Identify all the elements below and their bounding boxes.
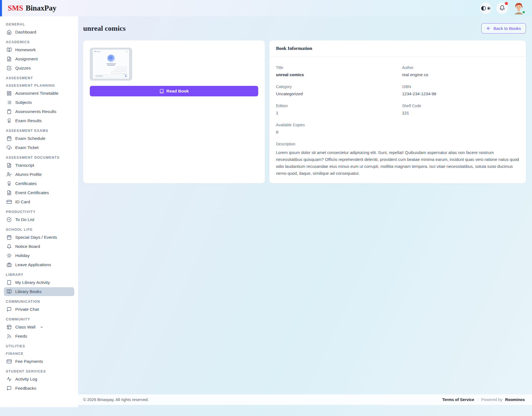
sidebar-item-exam-ticket[interactable]: Exam Ticket: [4, 143, 74, 152]
app-logo: SMS BinaxPay: [8, 4, 57, 12]
book-field-edition: Edition1: [276, 104, 393, 115]
sidebar-item-label: Leave Applications: [15, 262, 51, 267]
sidebar-item-private-chat[interactable]: Private Chat: [4, 305, 74, 314]
clipboard-icon: [7, 109, 12, 114]
book-open-icon: [7, 289, 12, 294]
sidebar-item-my-library-activity[interactable]: My Library Activity: [4, 278, 74, 287]
sidebar-item-label: Feeds: [15, 334, 27, 339]
book-field-available-copies: Available Copies0: [276, 123, 393, 134]
notification-badge: [505, 2, 508, 5]
sidebar-item-label: Assignment: [15, 57, 38, 61]
sidebar-section-school-life: SCHOOL LIFE: [4, 228, 74, 232]
field-value: unreal comics: [276, 72, 393, 77]
award-icon: [7, 181, 12, 186]
sidebar-section-student-services: STUDENT SERVICES: [4, 369, 74, 373]
sidebar-item-label: Fee Payments: [15, 359, 43, 364]
read-button-label: Read Book: [167, 89, 189, 94]
sidebar-item-holiday[interactable]: Holiday: [4, 251, 74, 260]
user-avatar[interactable]: [513, 2, 525, 14]
sidebar-item-class-wall[interactable]: Class Wall: [4, 323, 74, 332]
sidebar-item-label: Exam Ticket: [15, 145, 39, 150]
theme-toggle-icon: [481, 6, 491, 11]
file-text-icon: [7, 57, 12, 61]
back-to-books-button[interactable]: Back to Books: [481, 23, 526, 34]
sidebar-item-leave-applications[interactable]: Leave Applications: [4, 260, 74, 269]
sidebar-section-finance: FINANCE: [4, 352, 74, 356]
check-square-icon: [7, 66, 12, 71]
sidebar-item-assignment[interactable]: Assignment: [4, 55, 74, 63]
sidebar-item-exam-results[interactable]: Exam Results: [4, 116, 74, 125]
file-text-icon: [7, 190, 12, 195]
logo-sms-text: SMS: [8, 4, 23, 12]
sidebar-item-to-do-list[interactable]: To Do List: [4, 215, 74, 224]
book-information-card: Book Information Titleunreal comicsAutho…: [269, 40, 526, 183]
book-field-category: CategoryUncategorized: [276, 84, 393, 96]
user-check-icon: [7, 172, 12, 177]
sidebar-item-label: Private Chat: [15, 307, 39, 312]
sidebar-item-homework[interactable]: Homework: [4, 45, 74, 54]
sidebar-item-library-books[interactable]: Library Books: [4, 287, 74, 296]
rss-icon: [7, 334, 12, 339]
file-text-icon: [7, 163, 12, 168]
panel-title: Book Information: [269, 40, 526, 57]
sidebar-item-label: Class Wall: [15, 325, 35, 330]
sidebar-section-assessment-planning: ASSESSMENT PLANNING: [4, 84, 74, 88]
sidebar-item-transcript[interactable]: Transcript: [4, 161, 74, 170]
sidebar-item-activity-log[interactable]: Activity Log: [4, 375, 74, 384]
sidebar-section-assessment-documents: ASSESSMENT DOCUMENTS: [4, 156, 74, 160]
sidebar-item-label: Exam Results: [15, 118, 42, 123]
field-label: Available Copies: [276, 123, 393, 127]
book-cover-thumbnail[interactable]: [90, 48, 132, 81]
read-book-button[interactable]: Read Book: [90, 86, 258, 96]
sidebar-item-exam-schedule[interactable]: Exam Schedule: [4, 134, 74, 143]
field-value: 0: [276, 130, 393, 134]
sidebar-item-fee-payments[interactable]: Fee Payments: [4, 357, 74, 366]
sidebar-item-special-days-events[interactable]: Special Days / Events: [4, 233, 74, 242]
field-label: Shelf Code: [402, 104, 519, 108]
sidebar-item-quizzes[interactable]: Quizzes: [4, 64, 74, 73]
sun-icon: [7, 253, 12, 258]
field-label: Author: [402, 65, 519, 70]
book-field-shelf-code: Shelf Code121: [402, 104, 519, 115]
message-square-icon: [7, 386, 12, 391]
sidebar-section-productivity: PRODUCTIVITY: [4, 210, 74, 214]
sidebar-item-assessment-timetable[interactable]: Assessment Timetable: [4, 89, 74, 98]
field-value: 121: [402, 111, 519, 115]
check-circle-icon: [7, 217, 12, 222]
notifications-button[interactable]: [496, 2, 508, 14]
sidebar-item-label: Exam Schedule: [15, 136, 45, 141]
top-header: SMS BinaxPay: [0, 0, 532, 16]
sidebar-item-notice-board[interactable]: Notice Board: [4, 242, 74, 251]
field-label: Title: [276, 65, 393, 70]
sidebar-item-alumni-profile[interactable]: Alumni Profile: [4, 170, 74, 179]
sidebar-section-academics: ACADEMICS: [4, 40, 74, 44]
sidebar-item-event-certificates[interactable]: Event Certificates: [4, 188, 74, 197]
bell-icon: [7, 244, 12, 249]
calendar-icon: [7, 136, 12, 141]
footer-separator: ·: [477, 397, 479, 402]
sidebar-section-assessment-exams: ASSESSMENT EXAMS: [4, 129, 74, 133]
sidebar-item-certificates[interactable]: Certificates: [4, 179, 74, 188]
back-button-label: Back to Books: [493, 26, 521, 31]
theme-toggle-button[interactable]: [480, 2, 492, 14]
sidebar-item-label: Certificates: [15, 181, 37, 186]
sidebar-item-id-card[interactable]: ID Card: [4, 197, 74, 206]
tablet-icon: [7, 280, 12, 285]
sidebar-item-label: Assessments Results: [15, 109, 56, 114]
footer-brand-text: Roominos: [505, 397, 525, 402]
copyright-text: © 2026 Binaxpay. All rights reserved.: [83, 397, 149, 402]
logo-brand-text: BinaxPay: [26, 4, 57, 12]
terms-of-service-link[interactable]: Terms of Service: [442, 397, 474, 402]
sidebar-section-utilities: UTILITIES: [4, 344, 74, 348]
online-status-dot: [522, 11, 525, 14]
sidebar-item-subjects[interactable]: Subjects: [4, 98, 74, 107]
sidebar-item-label: Library Books: [15, 289, 42, 294]
sidebar-item-feeds[interactable]: Feeds: [4, 332, 74, 341]
sidebar-item-feedbacks[interactable]: Feedbacks: [4, 384, 74, 393]
sidebar-item-assessments-results[interactable]: Assessments Results: [4, 107, 74, 116]
book-fields: Titleunreal comicsAuthorreal engine coCa…: [276, 65, 519, 142]
sidebar-item-label: To Do List: [15, 217, 34, 222]
sidebar-item-label: Quizzes: [15, 66, 31, 71]
sidebar-item-dashboard[interactable]: Dashboard: [4, 28, 74, 37]
book-cover-preview: [93, 50, 129, 79]
